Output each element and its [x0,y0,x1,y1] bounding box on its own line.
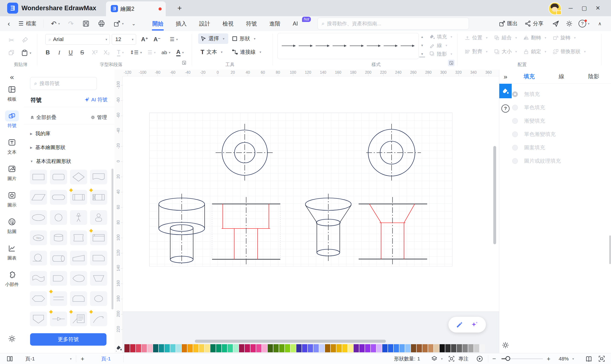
panel-settings-button[interactable] [499,342,512,349]
select-tool-button[interactable]: 選擇▾ [198,33,228,44]
connector-tool-button[interactable]: 連接線▾ [232,47,261,57]
shape-user[interactable] [90,210,107,225]
underline-button[interactable]: U [66,48,75,57]
shape-rectangle[interactable] [30,169,47,184]
presentation-button[interactable] [476,353,483,364]
add-page-button[interactable]: + [81,353,84,364]
arrow-style-swatch[interactable] [298,43,313,48]
sidebar-item-圖示[interactable]: 圖示 [0,190,24,208]
color-swatch[interactable] [256,344,261,352]
fill-option-圖案填充[interactable]: 圖案填充 [512,144,545,151]
color-swatch[interactable] [279,344,284,352]
color-swatch[interactable] [285,344,290,352]
line-style-button[interactable]: 線▾ [429,42,447,49]
shape-book[interactable] [70,230,87,245]
subscript-button[interactable]: X₂ [102,48,112,57]
color-swatch[interactable] [399,344,405,352]
color-swatch[interactable] [480,344,485,352]
color-swatch[interactable] [262,344,267,352]
arrow-style-swatch[interactable] [349,43,364,48]
arrange-size-button[interactable]: 大小▾ [494,48,517,55]
fill-option-無填充[interactable]: 無填充 [512,91,540,98]
fill-style-button[interactable]: 填充▾ [429,33,452,40]
color-swatch[interactable] [371,344,376,352]
minimize-button[interactable]: ─ [565,0,576,16]
shape-curved-arrow[interactable] [90,312,107,326]
fill-option-漸變填充[interactable]: 漸變填充 [512,117,545,125]
color-swatch[interactable] [445,344,450,352]
zoom-level[interactable]: 48%▾ [559,353,574,364]
panel-scrollbar[interactable] [111,169,113,309]
sidebar-item-文本[interactable]: 文本 [0,137,24,155]
color-swatch[interactable] [411,344,416,352]
magic-pen-button[interactable] [456,321,464,329]
shape-wave-flag[interactable] [30,271,47,286]
page-selector-caret[interactable]: ▾ [68,353,72,364]
gallery-up-button[interactable]: ▲ [419,34,425,39]
color-swatch[interactable] [147,344,153,352]
fit-screen-button[interactable] [598,353,605,364]
arrow-style-swatch[interactable] [400,43,415,48]
collapse-all-button[interactable]: 全部折疊 [30,114,56,121]
color-swatch[interactable] [348,344,353,352]
menu-符號[interactable]: 符號 [240,16,263,31]
fill-option-單色填充[interactable]: 單色填充 [512,104,545,111]
color-swatch[interactable] [388,344,393,352]
color-swatch[interactable] [216,344,221,352]
sidebar-item-符號[interactable]: 符號 [0,110,24,129]
zoom-out-button[interactable]: − [492,353,496,364]
shape-trapezoid-right[interactable] [70,251,87,265]
color-swatch[interactable] [359,344,365,352]
shape-clipped-rect[interactable] [90,251,107,265]
panel-scroll-thumb[interactable] [609,235,611,264]
document-tab[interactable]: Ǝ 繪圖2 [106,1,166,16]
shape-predefined-process[interactable] [70,190,87,205]
shape-tool-button[interactable]: 形狀▾ [232,33,256,44]
color-swatch[interactable] [291,344,296,352]
font-color-button[interactable]: A▾ [174,48,186,57]
menu-進階[interactable]: 進階 [263,16,286,31]
arrange-align-button[interactable]: 對齊▾ [464,48,488,55]
superscript-button[interactable]: X² [90,48,100,57]
text-align-button[interactable]: ☰▾ [167,35,180,44]
highlight-button[interactable]: ab▾ [160,48,172,57]
color-swatch[interactable] [228,344,233,352]
redo-button[interactable]: ↷ [67,16,75,31]
styles-section-expand[interactable] [448,60,455,66]
decrease-font-button[interactable]: A⁻ [152,35,162,44]
arrow-style-swatch[interactable] [383,43,398,48]
shape-arrow-line[interactable] [50,312,67,326]
color-swatch[interactable] [462,344,468,352]
shape-terminator[interactable] [50,190,67,205]
color-swatch[interactable] [382,344,388,352]
page-tab-active[interactable]: 頁-1 [101,353,111,364]
color-swatch[interactable] [353,344,359,352]
color-swatch[interactable] [313,344,319,352]
color-swatch[interactable] [170,344,176,352]
zoom-in-button[interactable]: + [547,353,550,364]
font-family-select[interactable]: ⌕ Arial ▾ [45,34,110,45]
arrow-style-swatch[interactable] [366,43,381,48]
format-tab-線[interactable]: 線 [559,73,564,80]
share-button[interactable]: 分享 [525,16,543,31]
shape-collate-x[interactable] [90,190,107,205]
bold-button[interactable]: B [43,48,52,57]
color-swatch[interactable] [188,344,193,352]
color-swatch[interactable] [440,344,445,352]
shape-database[interactable] [50,230,67,245]
arrow-style-swatch[interactable] [332,43,347,48]
color-swatch[interactable] [296,344,301,352]
color-swatch[interactable] [136,344,141,352]
shape-document[interactable] [90,169,107,184]
symbol-section-基本流程圖形狀[interactable]: ▼基本流程圖形狀 [30,156,109,166]
color-swatch[interactable] [176,344,181,352]
color-swatch[interactable] [405,344,410,352]
color-swatch[interactable] [331,344,336,352]
help-button[interactable]: ? ▾ [577,16,591,31]
color-swatch[interactable] [468,344,474,352]
font-section-expand[interactable] [182,61,186,65]
focus-mode-button[interactable]: 專注 [458,353,468,364]
color-swatch[interactable] [319,344,325,352]
color-swatch[interactable] [210,344,216,352]
pan-map-button[interactable] [585,353,592,364]
